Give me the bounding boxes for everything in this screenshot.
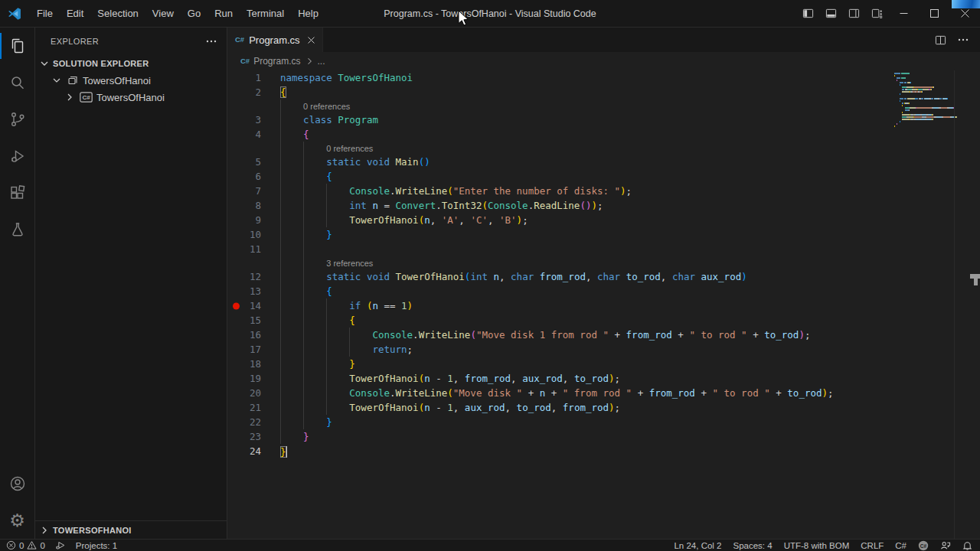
testing-icon[interactable]: [0, 211, 34, 248]
code-row: 3 class Program: [227, 112, 980, 127]
menu-selection[interactable]: Selection: [90, 4, 145, 23]
codelens-row: 3 references: [227, 256, 980, 269]
toggle-primary-sidebar-icon[interactable]: [796, 0, 819, 27]
chevron-right-icon: [64, 91, 76, 103]
code-row: 24}: [227, 444, 980, 458]
code-row: 22 }: [227, 415, 980, 429]
code-rows: 1namespace TowersOfHanoi2{ 0 references3…: [227, 70, 980, 458]
code-row: 8 int n = Convert.ToInt32(Console.ReadLi…: [227, 198, 980, 213]
warning-icon: [27, 540, 37, 550]
csharp-file-icon: C#: [235, 36, 244, 44]
svg-text:C#: C#: [82, 94, 90, 101]
code-row: 4 {: [227, 127, 980, 142]
account-icon[interactable]: [0, 465, 34, 502]
edge-marker: [974, 279, 978, 285]
editor-more-actions-icon[interactable]: [957, 34, 969, 46]
csharp-devkit-badge-icon[interactable]: C#: [918, 540, 929, 551]
menu-file[interactable]: File: [30, 4, 60, 23]
explorer-icon[interactable]: [0, 28, 34, 64]
codelens-references[interactable]: 0 references: [326, 144, 373, 153]
run-debug-icon[interactable]: [0, 138, 34, 174]
menu-view[interactable]: View: [145, 4, 181, 23]
encoding-status[interactable]: UTF-8 with BOM: [784, 541, 850, 550]
editor-group: C# Program.cs C# Program.cs ... 1namespa…: [227, 28, 980, 539]
tab-program-cs[interactable]: C# Program.cs: [227, 28, 323, 52]
code-row: 23 }: [227, 429, 980, 444]
error-icon: [6, 540, 16, 550]
scrollbar-separator: [954, 70, 955, 539]
toggle-panel-icon[interactable]: [819, 0, 842, 27]
menu-edit[interactable]: Edit: [60, 4, 90, 23]
extensions-icon[interactable]: [0, 174, 34, 211]
breadcrumb[interactable]: C# Program.cs ...: [227, 52, 980, 70]
source-control-icon[interactable]: [0, 101, 34, 138]
code-row: 9 TowerOfHanoi(n, 'A', 'C', 'B');: [227, 213, 980, 227]
csharp-file-icon: C#: [240, 57, 250, 65]
activity-bar: ⚙: [0, 28, 35, 539]
solution-explorer-section[interactable]: SOLUTION EXPLORER: [35, 54, 227, 72]
minimap-content: [894, 73, 954, 127]
eol-status[interactable]: CRLF: [861, 541, 884, 550]
breakpoint-dot[interactable]: [233, 302, 240, 309]
language-mode-status[interactable]: C#: [895, 541, 906, 550]
menu-bar: File Edit Selection View Go Run Terminal…: [30, 4, 325, 23]
code-row: 5 static void Main(): [227, 155, 980, 169]
window-title: Program.cs - TowersOfHanoi - Visual Stud…: [384, 8, 596, 19]
chevron-down-icon: [51, 74, 63, 86]
chevron-right-icon: [38, 524, 51, 536]
folder-section-towersofhanoi[interactable]: TOWERSOFHANOI: [35, 521, 227, 539]
menu-terminal[interactable]: Terminal: [240, 4, 291, 23]
tab-close-icon[interactable]: [308, 37, 315, 44]
vscode-logo-icon: [7, 6, 22, 21]
indentation-status[interactable]: Spaces: 4: [733, 541, 772, 550]
menu-help[interactable]: Help: [291, 4, 325, 23]
csharp-project-icon: C#: [80, 92, 93, 103]
explorer-sidebar: EXPLORER SOLUTION EXPLORER TowersOfHanoi…: [35, 28, 227, 539]
code-row: 16 Console.WriteLine("Move disk 1 from r…: [227, 328, 980, 342]
codelens-row: 0 references: [227, 99, 980, 112]
minimize-button[interactable]: [888, 0, 919, 27]
code-row: 10 }: [227, 227, 980, 242]
menu-go[interactable]: Go: [181, 4, 207, 23]
code-row: 21 TowerOfHanoi(n - 1, aux_rod, to_rod, …: [227, 400, 980, 415]
code-row: 18 }: [227, 357, 980, 371]
title-bar: File Edit Selection View Go Run Terminal…: [0, 0, 980, 28]
projects-status[interactable]: Projects: 1: [76, 541, 117, 550]
code-row: 6 {: [227, 169, 980, 184]
code-row: 20 Console.WriteLine("Move disk " + n + …: [227, 386, 980, 400]
explorer-more-actions-icon[interactable]: [205, 35, 217, 47]
codelens-row: 0 references: [227, 142, 980, 155]
codelens-references[interactable]: 3 references: [326, 259, 373, 268]
menu-run[interactable]: Run: [207, 4, 240, 23]
settings-gear-icon[interactable]: ⚙: [0, 502, 34, 539]
chevron-down-icon: [38, 57, 51, 70]
debug-status-icon[interactable]: [55, 540, 66, 550]
codelens-references[interactable]: 0 references: [303, 102, 350, 111]
text-cursor: [286, 446, 288, 458]
code-editor[interactable]: 1namespace TowersOfHanoi2{ 0 references3…: [227, 70, 980, 539]
cursor-position-status[interactable]: Ln 24, Col 2: [674, 541, 721, 550]
code-row: 2{: [227, 85, 980, 99]
toggle-secondary-sidebar-icon[interactable]: [842, 0, 865, 27]
chevron-right-icon: [305, 57, 314, 66]
code-row: 11: [227, 242, 980, 256]
minimap[interactable]: [894, 73, 954, 128]
svg-text:C#: C#: [920, 543, 927, 548]
problems-status[interactable]: 0 0: [6, 540, 45, 550]
tree-item-project[interactable]: C# TowersOfHanoi: [35, 89, 227, 106]
tab-bar: C# Program.cs: [227, 28, 980, 52]
customize-layout-icon[interactable]: [865, 0, 888, 27]
notifications-bell-icon[interactable]: [962, 540, 972, 550]
code-row: 17 return;: [227, 342, 980, 357]
code-row: 19 TowerOfHanoi(n - 1, from_rod, aux_rod…: [227, 371, 980, 386]
maximize-button[interactable]: [919, 0, 949, 27]
feedback-icon[interactable]: [940, 540, 951, 550]
desktop-wallpaper-sliver: [952, 0, 980, 8]
code-row: 12 static void TowerOfHanoi(int n, char …: [227, 269, 980, 284]
mouse-cursor: [458, 11, 472, 28]
tree-item-solution[interactable]: TowersOfHanoi: [35, 72, 227, 89]
solution-icon: [67, 74, 79, 86]
code-row: 1namespace TowersOfHanoi: [227, 70, 980, 85]
split-editor-icon[interactable]: [935, 34, 946, 46]
search-icon[interactable]: [0, 64, 34, 101]
